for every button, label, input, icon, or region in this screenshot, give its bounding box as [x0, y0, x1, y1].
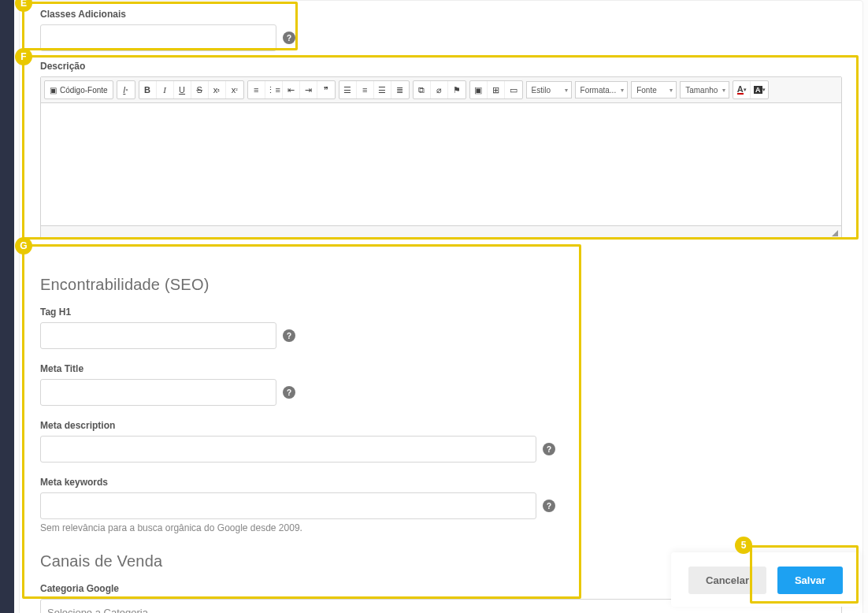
- content-area: Classes Adicionais ? Descrição ▣ Código-…: [14, 0, 868, 613]
- sidebar-stub: [0, 0, 14, 613]
- rte-subscript-button[interactable]: x₂: [209, 81, 226, 98]
- help-icon[interactable]: ?: [543, 500, 555, 512]
- meta-description-input[interactable]: [40, 436, 536, 463]
- rte-table-button[interactable]: ⊞: [488, 81, 505, 98]
- source-icon: ▣: [50, 86, 57, 95]
- rte-bg-color-button[interactable]: A▾: [751, 81, 768, 98]
- meta-title-input[interactable]: [40, 379, 276, 406]
- form-card: Classes Adicionais ? Descrição ▣ Código-…: [19, 0, 863, 613]
- rte-style-select[interactable]: Estilo: [526, 81, 572, 98]
- meta-keywords-input[interactable]: [40, 492, 536, 519]
- rte-hr-button[interactable]: ▭: [505, 81, 522, 98]
- help-icon[interactable]: ?: [283, 32, 295, 44]
- rte-font-select[interactable]: Fonte: [631, 81, 677, 98]
- save-button[interactable]: Salvar: [777, 567, 843, 594]
- rte-italic-button[interactable]: I: [157, 81, 174, 98]
- rte-blockquote-button[interactable]: ❞: [317, 81, 335, 98]
- rte-toolbar: ▣ Código-Fonte I× B I U S x₂ x²: [41, 77, 841, 103]
- meta-title-label: Meta Title: [40, 363, 842, 374]
- descricao-label: Descrição: [40, 61, 842, 72]
- rte-image-button[interactable]: ▣: [470, 81, 488, 98]
- meta-keywords-label: Meta keywords: [40, 477, 842, 488]
- section-classes-adicionais: Classes Adicionais ?: [20, 1, 862, 56]
- rte-unlink-button[interactable]: ⌀: [431, 81, 448, 98]
- rte-superscript-button[interactable]: x²: [226, 81, 243, 98]
- cancel-button[interactable]: Cancelar: [688, 567, 766, 594]
- rte-source-button[interactable]: ▣ Código-Fonte: [45, 81, 113, 98]
- rte-indent-button[interactable]: ⇥: [300, 81, 317, 98]
- rte-clear-format-button[interactable]: I×: [117, 81, 135, 98]
- help-icon[interactable]: ?: [543, 443, 555, 455]
- help-icon[interactable]: ?: [283, 386, 295, 399]
- rte-align-justify-button[interactable]: ≣: [391, 81, 409, 98]
- meta-description-label: Meta description: [40, 420, 842, 431]
- rte-underline-button[interactable]: U: [174, 81, 191, 98]
- rte-bold-button[interactable]: B: [139, 81, 157, 98]
- classes-adicionais-input[interactable]: [40, 24, 276, 51]
- tag-h1-input[interactable]: [40, 322, 276, 349]
- footer-bar: Cancelar Salvar: [671, 552, 860, 607]
- help-icon[interactable]: ?: [283, 329, 295, 342]
- rich-text-editor: ▣ Código-Fonte I× B I U S x₂ x²: [40, 76, 842, 240]
- classes-adicionais-label: Classes Adicionais: [40, 9, 842, 20]
- meta-keywords-hint: Sem relevância para a busca orgânica do …: [40, 522, 842, 533]
- section-descricao: Descrição ▣ Código-Fonte I× B I: [20, 56, 862, 260]
- rte-resize-handle[interactable]: [41, 226, 841, 239]
- rte-ordered-list-button[interactable]: ≡: [248, 81, 265, 98]
- rte-align-center-button[interactable]: ≡: [357, 81, 374, 98]
- rte-body[interactable]: [41, 103, 841, 226]
- categoria-google-placeholder: Selecione a Categoria: [47, 607, 148, 614]
- seo-heading: Encontrabilidade (SEO): [40, 276, 842, 294]
- rte-outdent-button[interactable]: ⇤: [283, 81, 300, 98]
- rte-align-left-button[interactable]: ☰: [339, 81, 357, 98]
- rte-size-select[interactable]: Tamanho: [680, 81, 729, 98]
- tag-h1-label: Tag H1: [40, 306, 842, 318]
- rte-text-color-button[interactable]: A▾: [733, 81, 751, 98]
- rte-unordered-list-button[interactable]: ⋮≡: [265, 81, 283, 98]
- rte-link-button[interactable]: ⧉: [414, 81, 431, 98]
- rte-align-right-button[interactable]: ☰: [374, 81, 391, 98]
- rte-format-select[interactable]: Formata...: [575, 81, 629, 98]
- rte-anchor-button[interactable]: ⚑: [448, 81, 466, 98]
- rte-strike-button[interactable]: S: [191, 81, 209, 98]
